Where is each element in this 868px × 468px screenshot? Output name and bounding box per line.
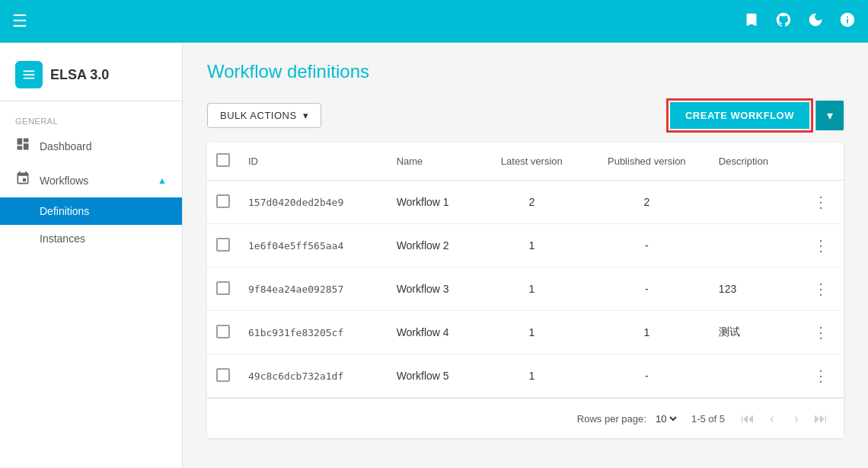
elsa-logo-icon — [15, 61, 43, 88]
row-name: Workflow 1 — [388, 181, 480, 224]
rows-per-page-select[interactable]: 10 25 50 — [653, 412, 679, 425]
sidebar: ELSA 3.0 General Dashboard Workflows ▲ D… — [0, 43, 183, 468]
bulk-actions-button[interactable]: BULK ACTIONS ▾ — [207, 103, 321, 128]
table-row: 49c8c6dcb732a1df Workflow 5 1 - ⋮ — [207, 354, 844, 398]
prev-page-button[interactable]: ‹ — [761, 408, 783, 429]
bulk-actions-label: BULK ACTIONS — [220, 110, 297, 121]
github-icon[interactable] — [775, 11, 792, 32]
page-title: Workflow definitions — [207, 61, 844, 82]
table-row: 61bc931fe83205cf Workflow 4 1 1 测试 ⋮ — [207, 311, 844, 354]
bulk-actions-chevron-icon: ▾ — [303, 110, 309, 121]
moon-icon[interactable] — [807, 11, 824, 32]
header-latest-version: Latest version — [480, 143, 584, 181]
row-latest-version: 1 — [480, 354, 584, 398]
row-actions-cell: ⋮ — [798, 181, 844, 224]
page-navigation: ⏮ ‹ › ⏭ — [737, 408, 831, 429]
create-workflow-dropdown-button[interactable]: ▾ — [815, 101, 844, 130]
row-description — [710, 224, 798, 268]
row-id: 61bc931fe83205cf — [239, 311, 388, 354]
instances-label: Instances — [40, 232, 85, 245]
row-name: Workflow 5 — [388, 354, 480, 398]
sidebar-item-dashboard[interactable]: Dashboard — [0, 129, 182, 163]
row-checkbox-cell — [207, 224, 239, 268]
row-checkbox-4[interactable] — [216, 368, 230, 382]
toolbar: BULK ACTIONS ▾ CREATE WORKFLOW ▾ — [207, 101, 844, 130]
row-checkbox-cell — [207, 354, 239, 398]
row-checkbox-cell — [207, 268, 239, 311]
row-id: 157d0420ded2b4e9 — [239, 181, 388, 224]
sidebar-sub-item-instances[interactable]: Instances — [0, 225, 182, 252]
table-header-row: ID Name Latest version Published version… — [207, 143, 844, 181]
header-actions-spacer — [798, 143, 844, 181]
table-row: 1e6f04e5ff565aa4 Workflow 2 1 - ⋮ — [207, 224, 844, 268]
row-more-button-4[interactable]: ⋮ — [807, 365, 834, 386]
navbar: ☰ — [0, 0, 868, 43]
page-range: 1-5 of 5 — [691, 413, 725, 425]
workflow-table: ID Name Latest version Published version… — [207, 143, 844, 438]
main-layout: ELSA 3.0 General Dashboard Workflows ▲ D… — [0, 43, 868, 468]
content-area: Workflow definitions BULK ACTIONS ▾ CREA… — [183, 43, 868, 468]
row-more-button-2[interactable]: ⋮ — [807, 278, 834, 300]
row-latest-version: 1 — [480, 224, 584, 268]
sidebar-logo-text: ELSA 3.0 — [50, 67, 109, 83]
navbar-icons — [743, 11, 856, 32]
rows-per-page-label: Rows per page: — [577, 413, 646, 425]
row-published-version: - — [584, 354, 710, 398]
row-published-version: - — [584, 268, 710, 311]
row-published-version: - — [584, 224, 710, 268]
dashboard-label: Dashboard — [40, 140, 92, 152]
bookmark-icon[interactable] — [743, 11, 760, 32]
row-published-version: 1 — [584, 311, 710, 354]
header-name: Name — [388, 143, 480, 181]
row-more-button-3[interactable]: ⋮ — [807, 322, 834, 343]
row-actions-cell: ⋮ — [798, 224, 844, 268]
row-name: Workflow 4 — [388, 311, 480, 354]
row-latest-version: 1 — [480, 268, 584, 311]
row-id: 49c8c6dcb732a1df — [239, 354, 388, 398]
row-checkbox-cell — [207, 181, 239, 224]
row-actions-cell: ⋮ — [798, 311, 844, 354]
last-page-button[interactable]: ⏭ — [810, 408, 831, 429]
create-workflow-dropdown-icon: ▾ — [827, 109, 833, 122]
row-checkbox-1[interactable] — [216, 238, 230, 252]
header-description: Description — [710, 143, 798, 181]
sidebar-section-label: General — [0, 107, 182, 129]
workflows-label: Workflows — [40, 175, 88, 187]
row-checkbox-3[interactable] — [216, 325, 230, 338]
row-name: Workflow 2 — [388, 224, 480, 268]
sidebar-logo: ELSA 3.0 — [0, 49, 182, 101]
row-checkbox-0[interactable] — [216, 194, 230, 208]
next-page-button[interactable]: › — [786, 408, 807, 429]
table-row: 157d0420ded2b4e9 Workflow 1 2 2 ⋮ — [207, 181, 844, 224]
row-description — [710, 181, 798, 224]
row-actions-cell: ⋮ — [798, 354, 844, 398]
info-icon[interactable] — [839, 11, 856, 32]
header-checkbox-cell — [207, 143, 239, 181]
dashboard-icon — [15, 136, 30, 155]
table-row: 9f84ea24ae092857 Workflow 3 1 - 123 ⋮ — [207, 268, 844, 311]
row-checkbox-2[interactable] — [216, 281, 230, 295]
workflows-icon — [15, 171, 30, 190]
row-checkbox-cell — [207, 311, 239, 354]
row-more-button-1[interactable]: ⋮ — [807, 235, 834, 256]
row-actions-cell: ⋮ — [798, 268, 844, 311]
first-page-button[interactable]: ⏮ — [737, 408, 758, 429]
header-id: ID — [239, 143, 388, 181]
sidebar-item-workflows[interactable]: Workflows ▲ — [0, 163, 182, 197]
row-description — [710, 354, 798, 398]
header-published-version: Published version — [584, 143, 710, 181]
row-latest-version: 1 — [480, 311, 584, 354]
row-published-version: 2 — [584, 181, 710, 224]
row-more-button-0[interactable]: ⋮ — [807, 191, 834, 213]
rows-per-page: Rows per page: 10 25 50 — [577, 412, 679, 425]
hamburger-icon[interactable]: ☰ — [12, 11, 27, 31]
row-name: Workflow 3 — [388, 268, 480, 311]
row-latest-version: 2 — [480, 181, 584, 224]
sidebar-sub-item-definitions[interactable]: Definitions — [0, 197, 182, 225]
select-all-checkbox[interactable] — [216, 153, 230, 167]
definitions-label: Definitions — [40, 205, 89, 217]
row-description: 123 — [710, 268, 798, 311]
row-description: 测试 — [710, 311, 798, 354]
create-workflow-button[interactable]: CREATE WORKFLOW — [670, 102, 809, 129]
pagination: Rows per page: 10 25 50 1-5 of 5 ⏮ ‹ › ⏭ — [207, 398, 844, 438]
